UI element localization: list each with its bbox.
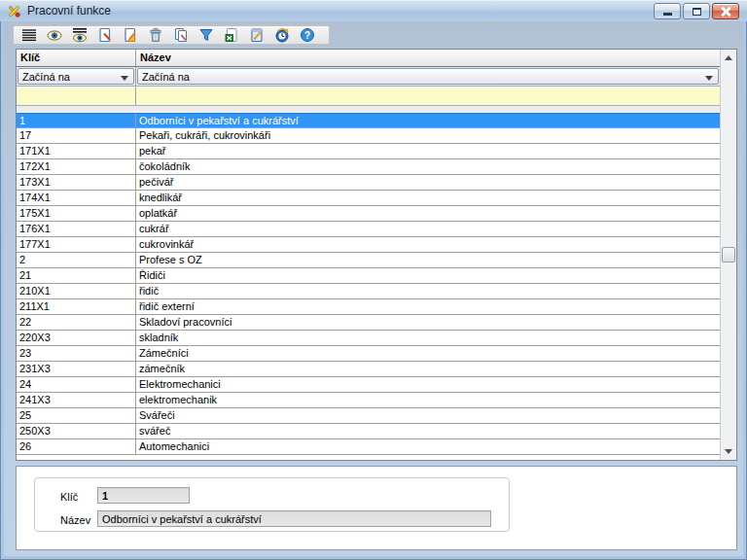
row-key-cell[interactable]: 2 [17, 253, 136, 267]
row-name-cell[interactable]: skladník [136, 331, 720, 345]
row-name-cell[interactable]: elektromechanik [136, 393, 720, 407]
rows-list-button[interactable] [17, 26, 42, 44]
row-name-cell[interactable]: Odborníci v pekařství a cukrářství [136, 114, 720, 127]
table-row[interactable]: 176X1 cukrář [17, 222, 720, 237]
filter-input-key[interactable] [17, 87, 135, 105]
row-key-cell[interactable]: 176X1 [17, 222, 136, 236]
chevron-down-icon [121, 76, 128, 81]
row-name-cell[interactable]: knedlikář [136, 191, 720, 205]
row-key-cell[interactable]: 211X1 [17, 299, 136, 314]
table-row[interactable]: 174X1 knedlikář [17, 191, 720, 206]
table-row[interactable]: 22 Skladoví pracovníci [17, 315, 720, 331]
note-edit-button[interactable] [244, 26, 269, 44]
row-key-cell[interactable]: 25 [17, 408, 136, 423]
row-name-cell[interactable]: Řidiči [136, 268, 720, 283]
table-row[interactable]: 24 Elektromechanici [17, 377, 720, 393]
copy-record-button[interactable] [168, 26, 194, 44]
view-columns-button[interactable] [67, 26, 92, 44]
close-button[interactable] [712, 3, 739, 19]
help-button[interactable]: ? [295, 26, 320, 44]
row-name-cell[interactable]: Elektromechanici [136, 377, 720, 392]
row-key-cell[interactable]: 173X1 [17, 175, 136, 190]
row-name-cell[interactable]: Zámečníci [136, 346, 720, 361]
row-key-cell[interactable]: 26 [17, 439, 136, 454]
row-name-cell[interactable]: řidič externí [136, 299, 720, 314]
copy-record-icon [173, 27, 189, 43]
row-name-cell[interactable]: svářeč [136, 424, 720, 438]
table-row[interactable]: 250X3 svářeč [17, 424, 720, 439]
row-key-cell[interactable]: 250X3 [17, 424, 136, 438]
row-name-cell[interactable]: pečivář [136, 175, 720, 190]
delete-record-button[interactable] [143, 26, 168, 44]
row-name-cell[interactable]: čokoládník [136, 159, 720, 174]
table-row[interactable]: 210X1 řidič [17, 284, 720, 299]
row-key-cell[interactable]: 210X1 [17, 284, 136, 298]
table-row[interactable]: 241X3 elektromechanik [17, 393, 720, 408]
table-row[interactable]: 17 Pekaři, cukráři, cukrovinkáři [17, 128, 720, 144]
row-key-cell[interactable]: 171X1 [17, 144, 136, 158]
vertical-scrollbar[interactable] [720, 50, 736, 460]
table-row[interactable]: 231X3 zámečník [17, 362, 720, 377]
row-key-cell[interactable]: 231X3 [17, 362, 136, 376]
row-key-cell[interactable]: 24 [17, 377, 136, 392]
table-row[interactable]: 26 Automechanici [17, 439, 720, 455]
chevron-down-icon [705, 76, 713, 81]
row-key-cell[interactable]: 174X1 [17, 191, 136, 205]
column-header-name[interactable]: Název [136, 50, 720, 66]
row-name-cell[interactable]: cukrář [136, 222, 720, 236]
svg-text:?: ? [304, 30, 310, 41]
grid-rows: 1 Odborníci v pekařství a cukrářství 17 … [17, 113, 720, 460]
scroll-up-button[interactable] [721, 51, 736, 65]
maximize-button[interactable] [683, 3, 710, 19]
table-row[interactable]: 173X1 pečivář [17, 175, 720, 191]
filter-operator-key[interactable]: Začíná na [18, 68, 134, 85]
row-name-cell[interactable]: zámečník [136, 362, 720, 376]
view-button[interactable] [42, 26, 67, 44]
filter-button[interactable] [194, 26, 219, 44]
table-row[interactable]: 21 Řidiči [17, 268, 720, 284]
detail-key-label: Klíč [60, 491, 78, 503]
table-row[interactable]: 1 Odborníci v pekařství a cukrářství [17, 113, 720, 128]
export-excel-button[interactable] [219, 26, 244, 44]
scroll-down-button[interactable] [721, 444, 736, 459]
table-row[interactable]: 171X1 pekař [17, 144, 720, 159]
row-name-cell[interactable]: pekař [136, 144, 720, 158]
row-key-cell[interactable]: 22 [17, 315, 136, 330]
row-key-cell[interactable]: 172X1 [17, 159, 136, 174]
edit-record-button[interactable] [118, 26, 143, 44]
new-record-button[interactable] [92, 26, 118, 44]
filter-operator-key-label: Začíná na [22, 71, 70, 83]
table-row[interactable]: 211X1 řidič externí [17, 299, 720, 315]
row-key-cell[interactable]: 220X3 [17, 331, 136, 345]
triangle-down-icon [725, 449, 732, 454]
row-name-cell[interactable]: řidič [136, 284, 720, 298]
table-row[interactable]: 23 Zámečníci [17, 346, 720, 362]
row-name-cell[interactable]: Svářeči [136, 408, 720, 423]
table-row[interactable]: 2 Profese s OZ [17, 253, 720, 268]
row-name-cell[interactable]: Automechanici [136, 439, 720, 454]
row-name-cell[interactable]: oplatkář [136, 206, 720, 221]
row-name-cell[interactable]: cukrovinkář [136, 237, 720, 252]
minimize-button[interactable] [654, 3, 681, 19]
row-name-cell[interactable]: Profese s OZ [136, 253, 720, 267]
row-key-cell[interactable]: 23 [17, 346, 136, 361]
table-row[interactable]: 172X1 čokoládník [17, 159, 720, 175]
row-key-cell[interactable]: 177X1 [17, 237, 136, 252]
scrollbar-thumb[interactable] [722, 247, 735, 262]
row-name-cell[interactable]: Skladoví pracovníci [136, 315, 720, 330]
row-key-cell[interactable]: 241X3 [17, 393, 136, 407]
row-key-cell[interactable]: 1 [17, 114, 136, 127]
row-key-cell[interactable]: 17 [17, 128, 136, 143]
row-key-cell[interactable]: 21 [17, 268, 136, 283]
table-row[interactable]: 220X3 skladník [17, 331, 720, 346]
row-key-cell[interactable]: 175X1 [17, 206, 136, 221]
table-row[interactable]: 25 Svářeči [17, 408, 720, 424]
table-row[interactable]: 177X1 cukrovinkář [17, 237, 720, 253]
table-row[interactable]: 175X1 oplatkář [17, 206, 720, 222]
filter-input-name[interactable] [136, 87, 720, 105]
filter-operator-name[interactable]: Začíná na [137, 68, 719, 85]
column-header-key[interactable]: Klíč [17, 50, 136, 66]
maximize-icon [693, 8, 701, 16]
history-button[interactable] [269, 26, 295, 44]
row-name-cell[interactable]: Pekaři, cukráři, cukrovinkáři [136, 128, 720, 143]
